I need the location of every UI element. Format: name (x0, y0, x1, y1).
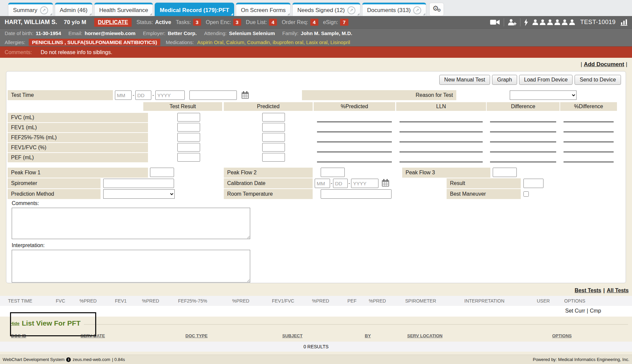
popout-icon[interactable]: ↗ (347, 6, 355, 14)
duplicate-badge[interactable]: DUPLICATE (94, 18, 132, 27)
interpretation-textarea[interactable] (12, 250, 250, 283)
doc-col-doc-id[interactable]: DOC ID (11, 333, 26, 338)
results-col-options: OPTIONS (564, 298, 585, 304)
pef-test-result-input[interactable] (177, 153, 200, 162)
col-header-pct-difference: %Difference (560, 102, 617, 111)
empty-results-row: 0 RESULTS (0, 342, 632, 352)
fef-difference-underline (490, 133, 556, 142)
medication-link[interactable]: ibuprofen oral (273, 39, 306, 45)
best-maneuver-checkbox[interactable] (523, 191, 529, 197)
tab-label: Medical Record (179):PFT (160, 7, 229, 14)
result-input[interactable] (523, 179, 543, 188)
info-icon[interactable]: i (66, 357, 71, 362)
fev1-pct-difference-underline (564, 123, 614, 132)
graph-button[interactable]: Graph (492, 75, 517, 85)
tab-needs-signed[interactable]: Needs Signed (12) ↗ (292, 3, 360, 16)
popout-icon[interactable]: ↗ (40, 6, 48, 14)
divider (520, 18, 520, 26)
add-person-icon[interactable] (508, 19, 516, 26)
room-temperature-input[interactable] (321, 189, 391, 199)
order-req-count-badge[interactable]: 4 (310, 19, 318, 26)
prediction-method-select[interactable] (103, 189, 175, 199)
fev1-fvc-test-result-input[interactable] (177, 143, 200, 152)
test-time-month-input[interactable] (115, 90, 132, 100)
medication-link[interactable]: Lisinopril (330, 39, 350, 45)
employer-pair: Employer:Better Corp. (143, 30, 197, 36)
form-comments-textarea[interactable] (12, 208, 250, 239)
doc-col-serv-date[interactable]: SERV DATE (81, 333, 105, 338)
tasks-count-badge[interactable]: 3 (193, 19, 201, 26)
hide-link[interactable]: Hide (10, 321, 19, 326)
popout-icon[interactable]: ↗ (413, 6, 421, 14)
video-camera-icon[interactable] (490, 19, 500, 26)
calendar-icon[interactable] (381, 179, 390, 187)
fef-predicted-input[interactable] (262, 133, 285, 142)
col-header-lln: LLN (396, 102, 486, 111)
open-enc-count-badge[interactable]: 3 (233, 19, 241, 26)
load-from-device-button[interactable]: Load From Device (519, 75, 573, 85)
allergies-badge[interactable]: PENICILLINS , SULFA(SULFONAMIDE ANTIBIOT… (29, 39, 160, 46)
calendar-icon[interactable] (241, 91, 250, 100)
patient-comments-bar: Comments: Do not release info to sibling… (0, 46, 632, 58)
results-col-pred1: %PRED (80, 298, 97, 304)
calibration-day-input[interactable] (333, 179, 348, 188)
footer-host: zeus.med-web.com (72, 357, 110, 362)
comments-label: Comments: (5, 49, 32, 55)
set-curr-link[interactable]: Set Curr (565, 308, 585, 314)
patient-group-icons[interactable] (532, 19, 575, 25)
doc-col-options[interactable]: OPTIONS (552, 333, 572, 338)
due-list-count-badge[interactable]: 4 (269, 19, 277, 26)
peak-flow-1-input[interactable] (150, 168, 174, 177)
peak-flow-1-label: Peak Flow 1 (8, 168, 148, 178)
document-table-header: DOC ID SERV DATE DOC TYPE SUBJECT BY SER… (0, 333, 632, 339)
best-tests-link[interactable]: Best Tests (575, 288, 601, 293)
row-label-pef: PEF (mL) (8, 153, 148, 162)
peak-flow-3-input[interactable] (493, 168, 517, 177)
fvc-test-result-input[interactable] (177, 113, 200, 122)
esign-count-badge[interactable]: 7 (340, 19, 348, 26)
spirometer-input[interactable] (103, 179, 174, 188)
test-time-year-input[interactable] (155, 90, 185, 100)
add-document-link[interactable]: Add Document (584, 61, 624, 67)
medication-link[interactable]: Lasix oral (306, 39, 330, 45)
medication-link[interactable]: Calcium (226, 39, 247, 45)
test-time-day-input[interactable] (135, 90, 151, 100)
doc-col-doc-type[interactable]: DOC TYPE (185, 333, 207, 338)
tab-label: Summary (13, 7, 37, 14)
results-col-spirometer: SPIROMETER (405, 298, 436, 304)
test-time-time-input[interactable] (189, 90, 237, 100)
patient-header-bar: HART, WILLIAM S. 70 y/o M DUPLICATE Stat… (0, 16, 632, 29)
bar-chart-icon[interactable] (621, 19, 627, 26)
tab-summary[interactable]: Summary ↗ (8, 3, 53, 16)
fev1-test-result-input[interactable] (177, 123, 200, 132)
settings-button[interactable]: ⚙ ⚙ (429, 3, 444, 16)
tab-admin[interactable]: Admin (46) (55, 3, 93, 16)
tab-documents[interactable]: Documents (313) ↗ (362, 3, 426, 16)
all-tests-link[interactable]: All Tests (607, 288, 629, 293)
new-manual-test-button[interactable]: New Manual Test (439, 75, 490, 85)
doc-col-by[interactable]: BY (365, 333, 371, 338)
doc-col-subject[interactable]: SUBJECT (282, 333, 303, 338)
tab-medical-record[interactable]: Medical Record (179):PFT (155, 3, 234, 16)
fvc-predicted-input[interactable] (262, 113, 285, 122)
fef-test-result-input[interactable] (177, 133, 200, 142)
peak-flow-2-input[interactable] (321, 168, 345, 177)
col-header-pct-predicted: %Predicted (314, 102, 395, 111)
lightning-icon[interactable] (524, 19, 528, 26)
fev1-fvc-predicted-input[interactable] (262, 143, 285, 152)
medication-link[interactable]: Aspirin Oral (197, 39, 226, 45)
interpretation-label: Interpretation: (12, 242, 45, 248)
medication-link[interactable]: Coumadin (247, 39, 273, 45)
tab-on-screen-forms[interactable]: On Screen Forms (236, 3, 291, 16)
cmp-link[interactable]: Cmp (590, 308, 601, 314)
calibration-year-input[interactable] (351, 179, 378, 188)
header-icon-cluster: TEST-10019 (490, 18, 627, 26)
tab-health-surveillance[interactable]: Health Surveillance (94, 3, 153, 16)
calibration-month-input[interactable] (315, 179, 330, 188)
doc-col-serv-location[interactable]: SERV LOCATION (407, 333, 443, 338)
reason-for-test-select[interactable] (510, 90, 577, 100)
send-to-device-button[interactable]: Send to Device (575, 75, 621, 85)
fev1-predicted-input[interactable] (262, 123, 285, 132)
row-options: Set Curr|Cmp (565, 308, 601, 314)
pef-predicted-input[interactable] (262, 153, 285, 162)
